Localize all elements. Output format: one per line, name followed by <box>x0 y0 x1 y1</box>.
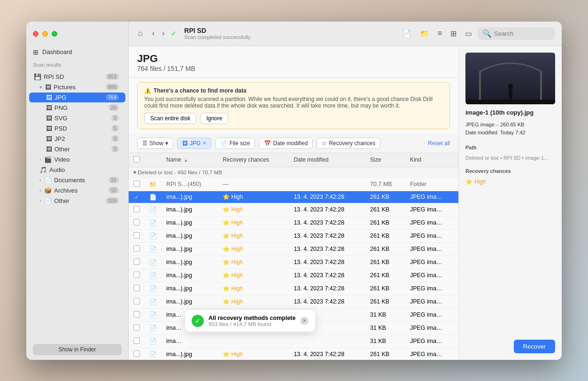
table-row[interactable]: 📄 ima...).jpg ⭐ High 13. 4. 2023 7:42:28… <box>129 348 458 360</box>
col-recovery[interactable]: Recovery chances <box>218 153 289 167</box>
row-checkbox[interactable] <box>133 232 140 239</box>
ignore-button[interactable]: Ignore <box>200 113 228 124</box>
row-checkbox[interactable] <box>133 219 140 225</box>
sidebar-item-png[interactable]: 🖼 PNG 26 <box>29 103 125 113</box>
recovery-chances-filter-button[interactable]: ☆ Recovery chances <box>317 138 380 149</box>
video-chevron: › <box>39 157 41 162</box>
reset-all-button[interactable]: Reset all <box>428 140 450 147</box>
pictures-other-icon: 🖼 <box>46 146 52 153</box>
folder-view-button[interactable]: 📁 <box>417 27 432 40</box>
recover-button[interactable]: Recover <box>514 340 555 353</box>
sidebar-item-psd[interactable]: 🖼 PSD 5 <box>29 124 125 133</box>
home-button[interactable]: ⌂ <box>135 27 146 39</box>
row-checkbox[interactable] <box>133 272 140 278</box>
row-checkbox[interactable]: ✓ <box>133 194 140 200</box>
search-box[interactable]: 🔍 <box>478 27 555 40</box>
close-button[interactable] <box>33 31 39 37</box>
svg-icon: 🖼 <box>46 115 52 122</box>
row-checkbox[interactable] <box>133 298 140 304</box>
sidebar-item-video[interactable]: › 🎬 Video <box>29 155 125 164</box>
file-date: 13. 4. 2023 7:42:28 <box>289 348 365 360</box>
minimize-button[interactable] <box>42 31 48 37</box>
sidebar-item-svg[interactable]: 🖼 SVG 5 <box>29 113 125 123</box>
table-row[interactable]: 📄 ima...).jpg ⭐ High 13. 4. 2023 7:42:28… <box>129 295 458 308</box>
png-icon: 🖼 <box>46 104 52 111</box>
col-kind[interactable]: Kind <box>405 153 458 167</box>
scan-entire-disk-button[interactable]: Scan entire disk <box>144 113 196 124</box>
svg-label: SVG <box>54 115 67 122</box>
table-row[interactable]: 📄 ima...).jpg ⭐ High 13. 4. 2023 7:42:28… <box>129 242 458 256</box>
nav-buttons: ‹ › <box>149 27 168 39</box>
file-recovery <box>218 334 289 348</box>
notification-title: All recovery methods complete <box>209 315 295 321</box>
group-chevron[interactable]: ▾ <box>133 170 136 175</box>
show-in-finder-button[interactable]: Show in Finder <box>33 344 122 355</box>
row-checkbox[interactable] <box>133 337 140 344</box>
file-size-filter-button[interactable]: 📄 File size <box>215 138 255 149</box>
sidebar-item-pictures[interactable]: ▾ 🖼 Pictures 806 <box>29 82 125 92</box>
show-filter-button[interactable]: ☰ Show ▾ <box>137 138 173 149</box>
sidebar-item-jp2[interactable]: 🖼 JP2 3 <box>29 134 125 144</box>
table-row[interactable]: 📄 ima...).jpg ⭐ High 13. 4. 2023 7:42:28… <box>129 256 458 269</box>
sidebar-item-pictures-other[interactable]: 🖼 Other 3 <box>29 144 125 154</box>
sidebar-item-documents[interactable]: › 📄 Documents 31 <box>29 175 125 185</box>
table-row[interactable]: 📄 ima...).jpg ⭐ High 13. 4. 2023 7:42:28… <box>129 282 458 295</box>
group-label: Deleted or lost - <box>138 170 177 175</box>
grid-view-button[interactable]: ⊞ <box>448 27 459 40</box>
sidebar-item-jpg[interactable]: 🖼 JPG 764 <box>29 93 125 102</box>
jp2-badge: 3 <box>111 135 119 142</box>
jpg-filter-close[interactable]: ✕ <box>202 140 206 146</box>
table-row[interactable]: ✓ 📄 ima...).jpg ⭐ High 13. 4. 2023 7:42:… <box>129 191 458 203</box>
row-checkbox[interactable] <box>133 350 140 357</box>
filter-bar: ☰ Show ▾ 🖼 JPG ✕ 📄 File size 📅 <box>129 134 458 153</box>
file-name: ima...).jpg <box>162 203 218 216</box>
row-checkbox[interactable] <box>133 180 140 187</box>
col-size[interactable]: Size <box>365 153 405 167</box>
file-icon: 📄 <box>149 246 157 253</box>
documents-badge: 31 <box>108 177 119 183</box>
forward-button[interactable]: › <box>159 27 167 39</box>
search-input[interactable] <box>494 30 550 37</box>
file-size: 261 KB <box>365 216 405 229</box>
png-label: PNG <box>54 104 68 111</box>
file-view-button[interactable]: 📄 <box>399 27 414 40</box>
select-all-checkbox[interactable] <box>133 156 140 163</box>
panel-view-button[interactable]: ▭ <box>462 27 475 40</box>
col-checkbox[interactable] <box>129 153 145 167</box>
audio-label: Audio <box>49 166 65 173</box>
warning-banner: ⚠️ There's a chance to find more data Yo… <box>137 82 450 129</box>
row-checkbox[interactable] <box>133 324 140 331</box>
table-row[interactable]: 📁 RPI S…(450) — 70,7 MB Folder <box>129 178 458 191</box>
row-checkbox[interactable] <box>133 285 140 291</box>
file-icon: 📄 <box>149 338 157 345</box>
psd-badge: 5 <box>111 125 119 132</box>
sidebar-item-rpisd[interactable]: 💾 RPI SD 953 <box>29 72 125 82</box>
table-row[interactable]: 📄 ima...).jpg ⭐ High 13. 4. 2023 7:42:28… <box>129 269 458 282</box>
col-name[interactable]: Name ▲ <box>162 153 218 167</box>
row-checkbox[interactable] <box>133 258 140 265</box>
file-date <box>289 334 365 348</box>
table-row[interactable]: 📄 ima...).jpg ⭐ High 13. 4. 2023 7:42:28… <box>129 229 458 242</box>
table-row[interactable]: 📄 ima… 31 KB JPEG ima… <box>129 334 458 348</box>
row-checkbox[interactable] <box>133 311 140 318</box>
row-checkbox[interactable] <box>133 245 140 252</box>
toolbar-title: RPI SD <box>184 27 395 34</box>
back-button[interactable]: ‹ <box>149 27 157 39</box>
col-date[interactable]: Date modified <box>289 153 365 167</box>
sidebar-item-archives[interactable]: › 📦 Archives 10 <box>29 186 125 195</box>
table-row[interactable]: 📄 ima...).jpg ⭐ High 13. 4. 2023 7:42:28… <box>129 203 458 216</box>
sidebar-item-other[interactable]: › 📄 Other 106 <box>29 196 125 206</box>
table-row[interactable]: 📄 ima...).jpg ⭐ High 13. 4. 2023 7:42:28… <box>129 216 458 229</box>
dashboard-item[interactable]: ⊞ Dashboard <box>26 46 128 58</box>
jpg-filter-tag[interactable]: 🖼 JPG ✕ <box>177 138 211 149</box>
file-size: 261 KB <box>365 191 405 203</box>
recovery-filter-icon: ☆ <box>322 140 327 147</box>
notification-close-button[interactable]: ✕ <box>300 317 309 325</box>
date-modified-filter-button[interactable]: 📅 Date modified <box>259 138 313 149</box>
file-recovery: ⭐ High <box>218 216 289 229</box>
file-size-icon: 📄 <box>220 140 227 147</box>
row-checkbox[interactable] <box>133 206 140 212</box>
maximize-button[interactable] <box>52 31 57 37</box>
list-view-button[interactable]: ≡ <box>435 27 445 39</box>
sidebar-item-audio[interactable]: 🎵 Audio <box>29 165 125 175</box>
